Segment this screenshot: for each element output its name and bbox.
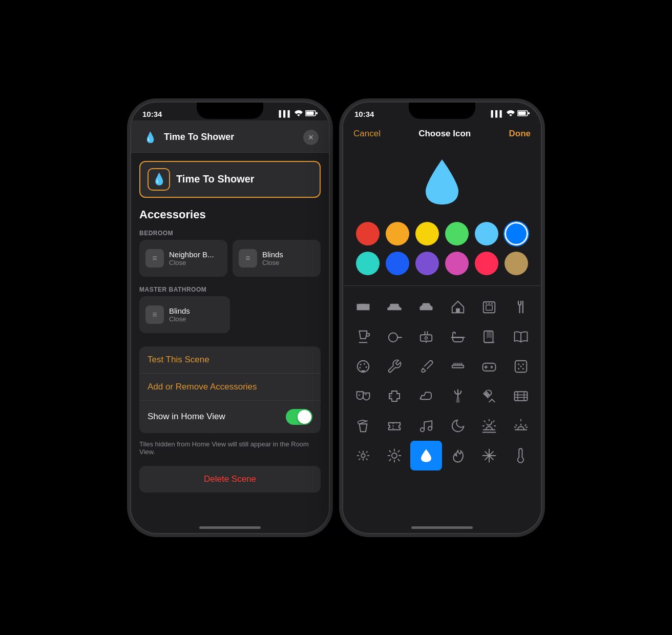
icon-crescent[interactable] bbox=[442, 411, 474, 441]
icon-brush[interactable] bbox=[410, 352, 442, 381]
time-left: 10:34 bbox=[142, 110, 162, 118]
icon-bathtub[interactable] bbox=[442, 322, 474, 352]
color-darkblue[interactable] bbox=[386, 252, 409, 275]
icon-sofa[interactable] bbox=[379, 292, 411, 322]
icon-pan[interactable] bbox=[379, 322, 411, 352]
icon-fork-knife[interactable] bbox=[505, 292, 537, 322]
accessories-section-title: Accessories bbox=[131, 198, 329, 226]
notch-right bbox=[409, 103, 475, 119]
color-yellow[interactable] bbox=[415, 222, 439, 245]
left-phone: 10:34 ▌▌▌ bbox=[130, 101, 330, 534]
color-red[interactable] bbox=[356, 222, 380, 245]
svg-point-42 bbox=[488, 454, 491, 457]
scene-editor: 💧 Time To Shower ✕ 💧 Accessories BEDROOM… bbox=[131, 120, 329, 526]
icon-sun[interactable] bbox=[379, 441, 411, 470]
color-blue[interactable] bbox=[505, 222, 528, 245]
color-green[interactable] bbox=[445, 222, 469, 245]
scene-name-row[interactable]: 💧 bbox=[139, 161, 321, 198]
accessory-card-blinds-bedroom[interactable]: ≡ Blinds Close bbox=[233, 240, 321, 277]
icon-palette[interactable] bbox=[347, 352, 379, 381]
chooser-header: Cancel Choose Icon Done bbox=[343, 120, 541, 145]
icon-puzzle[interactable] bbox=[379, 381, 411, 411]
icon-thermometer[interactable] bbox=[505, 441, 537, 470]
selected-icon-preview bbox=[422, 157, 463, 207]
icon-snowflake[interactable] bbox=[474, 441, 506, 470]
icon-preview-area bbox=[343, 145, 541, 217]
show-home-view-toggle[interactable] bbox=[286, 409, 312, 425]
icon-music[interactable] bbox=[410, 411, 442, 441]
icon-house[interactable] bbox=[442, 292, 474, 322]
delete-scene-button[interactable]: Delete Scene bbox=[139, 466, 321, 493]
accessory-icon-blinds-bathroom: ≡ bbox=[145, 305, 164, 324]
color-purple[interactable] bbox=[415, 252, 439, 275]
svg-rect-11 bbox=[420, 306, 423, 310]
icon-book-closed[interactable] bbox=[474, 322, 506, 352]
icon-gamepad[interactable] bbox=[474, 352, 506, 381]
icon-oven[interactable] bbox=[474, 292, 506, 322]
cancel-button[interactable]: Cancel bbox=[353, 129, 381, 139]
delete-section: Delete Scene bbox=[139, 466, 321, 493]
icon-masks[interactable] bbox=[347, 381, 379, 411]
scene-name-icon[interactable]: 💧 bbox=[148, 168, 170, 191]
accessory-state-neighbor: Close bbox=[169, 259, 221, 267]
svg-rect-12 bbox=[430, 306, 433, 310]
icon-chooser: Cancel Choose Icon Done bbox=[343, 120, 541, 526]
svg-rect-21 bbox=[421, 335, 432, 341]
color-teal[interactable] bbox=[356, 252, 380, 275]
icon-dice[interactable] bbox=[505, 352, 537, 381]
icon-popcorn[interactable] bbox=[347, 411, 379, 441]
icon-bed[interactable] bbox=[347, 292, 379, 322]
svg-point-34 bbox=[518, 367, 519, 369]
icon-flame[interactable] bbox=[442, 441, 474, 470]
icon-book-open[interactable] bbox=[505, 322, 537, 352]
icon-film[interactable] bbox=[505, 381, 537, 411]
accessory-name-blinds-bedroom: Blinds bbox=[262, 250, 314, 259]
test-scene-action[interactable]: Test This Scene bbox=[139, 346, 321, 374]
icon-drop[interactable] bbox=[410, 441, 442, 470]
icon-ticket[interactable] bbox=[379, 411, 411, 441]
svg-point-32 bbox=[518, 363, 519, 365]
icon-sunrise2[interactable] bbox=[347, 441, 379, 470]
icon-shoe[interactable] bbox=[410, 381, 442, 411]
color-pink[interactable] bbox=[445, 252, 469, 275]
home-bar-left bbox=[199, 526, 261, 529]
svg-rect-1 bbox=[316, 112, 318, 114]
add-remove-label: Add or Remove Accessories bbox=[148, 382, 257, 392]
scene-header-title: Time To Shower bbox=[164, 132, 234, 142]
add-remove-action[interactable]: Add or Remove Accessories bbox=[139, 374, 321, 401]
icon-sunrise[interactable] bbox=[505, 411, 537, 441]
icon-sunset[interactable] bbox=[474, 411, 506, 441]
svg-point-18 bbox=[489, 302, 490, 304]
svg-point-41 bbox=[392, 453, 397, 458]
palette-divider bbox=[343, 285, 541, 286]
accessory-card-blinds-bathroom[interactable]: ≡ Blinds Close bbox=[139, 296, 230, 333]
scene-header: 💧 Time To Shower ✕ bbox=[131, 120, 329, 153]
color-orange[interactable] bbox=[386, 222, 409, 245]
color-hotpink[interactable] bbox=[475, 252, 498, 275]
done-button[interactable]: Done bbox=[509, 129, 531, 139]
color-lightblue[interactable] bbox=[475, 222, 498, 245]
icon-armchair[interactable] bbox=[410, 292, 442, 322]
icon-tools[interactable] bbox=[379, 352, 411, 381]
svg-point-22 bbox=[425, 337, 428, 339]
bedroom-accessories: ≡ Neighbor B... Close ≡ Blinds Close bbox=[131, 240, 329, 282]
icon-comb[interactable] bbox=[442, 352, 474, 381]
master-bathroom-accessories: ≡ Blinds Close bbox=[131, 296, 329, 338]
icon-cup[interactable] bbox=[347, 322, 379, 352]
svg-point-35 bbox=[522, 367, 524, 369]
icon-sink[interactable] bbox=[410, 322, 442, 352]
icon-tuning-fork[interactable] bbox=[442, 381, 474, 411]
wifi-icon-right bbox=[507, 110, 515, 118]
scene-name-input[interactable] bbox=[176, 173, 312, 185]
svg-rect-9 bbox=[390, 303, 400, 306]
hint-text: Tiles hidden from Home View will still a… bbox=[131, 437, 329, 462]
icon-fork[interactable] bbox=[474, 381, 506, 411]
icon-grid bbox=[343, 288, 541, 475]
svg-rect-13 bbox=[423, 303, 430, 305]
accessory-card-neighbor[interactable]: ≡ Neighbor B... Close bbox=[139, 240, 227, 277]
svg-point-26 bbox=[364, 363, 365, 364]
svg-rect-14 bbox=[456, 308, 460, 313]
color-tan[interactable] bbox=[505, 252, 528, 275]
accessory-icon-neighbor: ≡ bbox=[145, 249, 164, 268]
close-button[interactable]: ✕ bbox=[303, 130, 319, 145]
